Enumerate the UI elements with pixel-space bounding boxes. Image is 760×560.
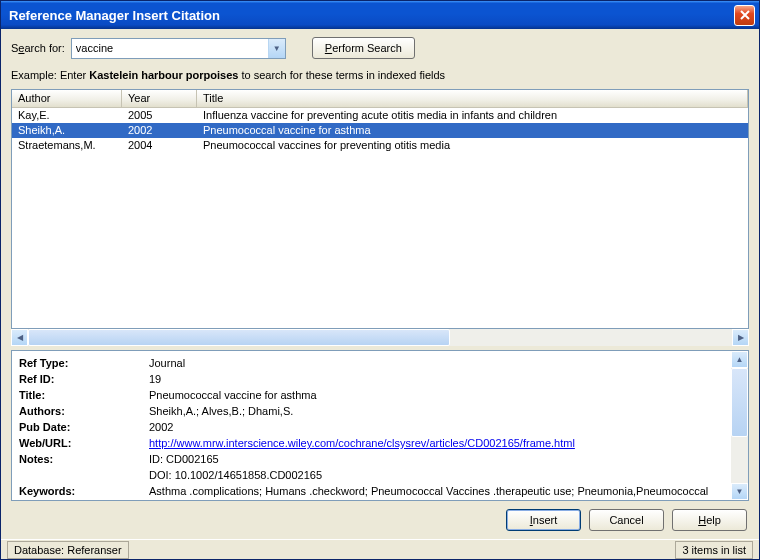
authors-label: Authors: [18, 403, 148, 419]
authors-value: Sheikh,A.; Alves,B.; Dhami,S. [148, 403, 725, 419]
table-row[interactable]: Sheikh,A.2002Pneumococcal vaccine for as… [12, 123, 748, 138]
pub-date-label: Pub Date: [18, 419, 148, 435]
window-title: Reference Manager Insert Citation [9, 8, 734, 23]
column-header-author[interactable]: Author [12, 90, 122, 107]
dialog-buttons: Insert Cancel Help [11, 501, 749, 539]
cell-title: Influenza vaccine for preventing acute o… [197, 108, 748, 123]
status-database: Database: Referanser [7, 541, 129, 559]
ref-type-value: Journal [148, 355, 725, 371]
keywords-label: Keywords: [18, 483, 148, 500]
results-grid: Author Year Title Kay,E.2005Influenza va… [11, 89, 749, 329]
cell-title: Pneumococcal vaccines for preventing oti… [197, 138, 748, 153]
vertical-scrollbar[interactable]: ▲ ▼ [731, 351, 748, 500]
scroll-thumb[interactable] [28, 329, 450, 346]
status-count: 3 items in list [675, 541, 753, 559]
triangle-up-icon: ▲ [736, 355, 744, 364]
grid-body: Kay,E.2005Influenza vaccine for preventi… [12, 108, 748, 328]
pub-date-value: 2002 [148, 419, 725, 435]
triangle-down-icon: ▼ [736, 487, 744, 496]
scroll-right-button[interactable]: ▶ [732, 329, 749, 346]
scroll-up-button[interactable]: ▲ [731, 351, 748, 368]
scroll-track-v[interactable] [731, 368, 748, 483]
notes-label: Notes: [18, 451, 148, 467]
example-text: Example: Enter Kastelein harbour porpois… [11, 69, 749, 81]
cell-author: Sheikh,A. [12, 123, 122, 138]
notes-value-2: DOI: 10.1002/14651858.CD002165 [148, 467, 725, 483]
web-url-link[interactable]: http://www.mrw.interscience.wiley.com/co… [149, 437, 575, 449]
ref-id-label: Ref ID: [18, 371, 148, 387]
web-url-label: Web/URL: [18, 435, 148, 451]
scroll-left-button[interactable]: ◀ [11, 329, 28, 346]
scroll-thumb-v[interactable] [731, 368, 748, 437]
search-label: Search for: [11, 42, 65, 54]
grid-header: Author Year Title [12, 90, 748, 108]
cell-year: 2002 [122, 123, 197, 138]
table-row[interactable]: Straetemans,M.2004Pneumococcal vaccines … [12, 138, 748, 153]
cell-title: Pneumococcal vaccine for asthma [197, 123, 748, 138]
detail-panel: Ref Type:Journal Ref ID:19 Title:Pneumoc… [11, 350, 749, 501]
cell-author: Straetemans,M. [12, 138, 122, 153]
ref-id-value: 19 [148, 371, 725, 387]
cell-year: 2004 [122, 138, 197, 153]
column-header-title[interactable]: Title [197, 90, 748, 107]
keywords-value: Asthma .complications; Humans .checkword… [148, 483, 725, 500]
column-header-year[interactable]: Year [122, 90, 197, 107]
search-input[interactable] [72, 39, 268, 58]
scroll-down-button[interactable]: ▼ [731, 483, 748, 500]
title-value: Pneumococcal vaccine for asthma [148, 387, 725, 403]
help-button[interactable]: Help [672, 509, 747, 531]
dropdown-button[interactable]: ▼ [268, 39, 285, 58]
insert-button[interactable]: Insert [506, 509, 581, 531]
close-button[interactable] [734, 5, 755, 26]
scroll-track[interactable] [28, 329, 732, 346]
detail-content: Ref Type:Journal Ref ID:19 Title:Pneumoc… [12, 351, 731, 500]
notes-value-1: ID: CD002165 [148, 451, 725, 467]
cell-year: 2005 [122, 108, 197, 123]
close-icon [740, 10, 750, 20]
horizontal-scrollbar[interactable]: ◀ ▶ [11, 329, 749, 346]
triangle-right-icon: ▶ [738, 333, 744, 342]
chevron-down-icon: ▼ [273, 44, 281, 53]
triangle-left-icon: ◀ [17, 333, 23, 342]
titlebar: Reference Manager Insert Citation [1, 1, 759, 29]
ref-type-label: Ref Type: [18, 355, 148, 371]
table-row[interactable]: Kay,E.2005Influenza vaccine for preventi… [12, 108, 748, 123]
statusbar: Database: Referanser 3 items in list [1, 539, 759, 559]
search-row: Search for: ▼ Perform Search [11, 37, 749, 59]
cell-author: Kay,E. [12, 108, 122, 123]
search-combobox[interactable]: ▼ [71, 38, 286, 59]
title-label: Title: [18, 387, 148, 403]
cancel-button[interactable]: Cancel [589, 509, 664, 531]
perform-search-button[interactable]: Perform Search [312, 37, 415, 59]
